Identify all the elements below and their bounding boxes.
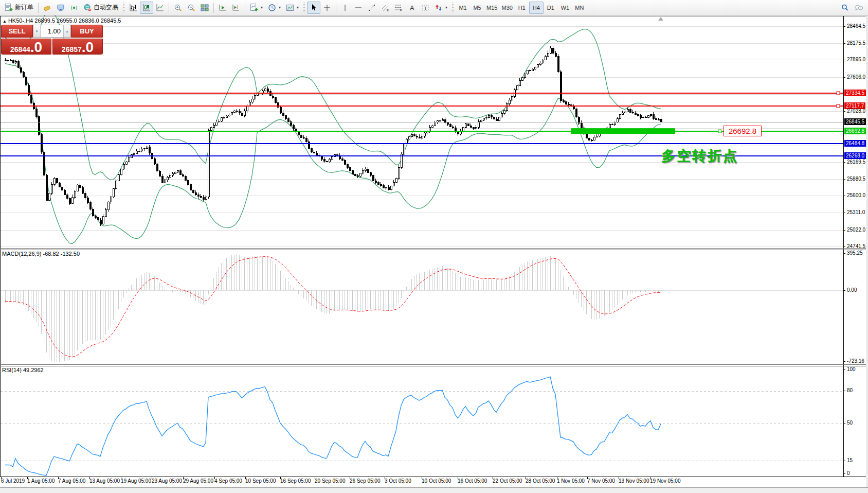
trendline-icon (368, 4, 376, 12)
toolbar-grip (303, 3, 305, 13)
timeframe-h4-button[interactable]: H4 (529, 2, 544, 14)
auto-scroll-icon (219, 4, 227, 12)
line-chart-button[interactable] (153, 2, 167, 14)
horizontal-line-icon (354, 4, 363, 12)
indicators-button[interactable]: ▾ (247, 2, 265, 14)
grid-lines (1, 26, 843, 290)
signal-icon (70, 4, 78, 12)
eraser-icon (43, 4, 51, 12)
autotrading-button[interactable]: 自动交易 (81, 2, 121, 14)
candlestick-chart-button[interactable] (140, 2, 153, 14)
timeframe-m30-button[interactable]: M30 (499, 2, 514, 14)
candlestick-chart-icon (142, 4, 151, 12)
toolbar-separator (213, 3, 214, 13)
timeframe-w1-button[interactable]: W1 (558, 2, 572, 14)
one-click-trading-panel: SELL ▾ 1.00 ▴ BUY 26844.0 26857.0 (1, 25, 103, 55)
crosshair-icon (323, 4, 331, 12)
sell-button[interactable]: SELL (1, 25, 33, 38)
volume-decrease-button[interactable]: ▾ (33, 25, 41, 37)
chart-shift-icon (232, 4, 240, 12)
candles-layer (5, 46, 662, 226)
autotrading-label: 自动交易 (94, 3, 118, 12)
equidistant-channel-button[interactable]: E (378, 2, 392, 14)
vertical-line-button[interactable] (338, 2, 352, 14)
svg-text:E: E (387, 9, 389, 12)
chevron-down-icon: ▾ (445, 5, 447, 10)
horizontal-line-button[interactable] (352, 2, 365, 14)
chart-plot[interactable] (0, 0, 868, 493)
toolbar-separator (38, 3, 39, 13)
buy-price[interactable]: 26857.0 (52, 39, 103, 55)
indicators-icon (250, 4, 258, 12)
tile-windows-button[interactable] (198, 2, 211, 14)
auto-scroll-button[interactable] (216, 2, 229, 14)
macd-signal-line (5, 257, 661, 357)
level-handle[interactable] (718, 130, 721, 133)
toolbar-separator (169, 3, 169, 13)
zoom-out-button[interactable] (185, 2, 198, 14)
tile-windows-icon (201, 4, 209, 12)
vertical-line-icon (341, 4, 349, 12)
text-label-icon: T (421, 4, 429, 12)
arrows-icon (435, 4, 443, 12)
toolbar-grip (123, 3, 124, 13)
trendline-button[interactable] (365, 2, 378, 14)
level-handle[interactable] (837, 104, 840, 108)
spin-down-icon: ▾ (36, 29, 38, 33)
chevron-down-icon: ▾ (261, 5, 263, 10)
crosshair-button[interactable] (320, 2, 334, 14)
template-icon (286, 4, 294, 12)
bar-chart-button[interactable] (126, 2, 140, 14)
new-order-label: 新订单 (15, 3, 33, 12)
timeframe-mn-button[interactable]: MN (572, 2, 587, 14)
zoom-in-icon (174, 4, 182, 12)
chevron-down-icon: ▾ (279, 5, 281, 10)
text-label-button[interactable]: T (419, 2, 432, 14)
toolbar-grip (452, 3, 454, 13)
new-order-button[interactable]: 新订单 (2, 2, 36, 14)
new-order-icon (5, 4, 13, 12)
timeframe-h1-button[interactable]: H1 (515, 2, 529, 14)
autotrading-icon (83, 4, 92, 12)
arrows-button[interactable]: ▾ (432, 2, 450, 14)
chevron-down-icon: ▾ (297, 5, 299, 10)
channel-icon: E (381, 4, 389, 12)
mt4-terminal-window: 新订单 自动交易 ▾ ▾ (0, 0, 868, 493)
bar-chart-icon (129, 4, 137, 12)
fibonacci-icon: F (394, 4, 403, 12)
zoom-out-icon (187, 4, 195, 12)
timeframe-d1-button[interactable]: D1 (544, 2, 558, 14)
volume-input[interactable]: 1.00 (41, 25, 63, 37)
line-chart-icon (156, 4, 164, 12)
macd-histogram (5, 254, 661, 362)
svg-text:F: F (400, 9, 402, 12)
svg-text:T: T (424, 5, 427, 10)
cursor-icon (310, 4, 318, 12)
text-button[interactable]: A (405, 2, 419, 14)
chat-button[interactable] (852, 2, 866, 14)
timeframe-m15-button[interactable]: M15 (484, 2, 499, 14)
main-toolbar: 新订单 自动交易 ▾ ▾ (0, 0, 868, 15)
search-button[interactable] (838, 2, 852, 14)
sell-price[interactable]: 26844.0 (1, 39, 51, 55)
cursor-button[interactable] (307, 2, 320, 14)
terminal-icon (57, 4, 65, 12)
volume-increase-button[interactable]: ▴ (63, 25, 70, 37)
volume-stepper: ▾ 1.00 ▴ (33, 25, 71, 38)
templates-button[interactable]: ▾ (283, 2, 301, 14)
chart-shift-button[interactable] (229, 2, 243, 14)
search-icon (841, 4, 849, 12)
buy-button[interactable]: BUY (71, 25, 103, 38)
toolbar-separator (336, 3, 336, 13)
timeframe-m5-button[interactable]: M5 (470, 2, 484, 14)
timeframe-m1-button[interactable]: M1 (456, 2, 470, 14)
timeframe-group: M1M5M15M30H1H4D1W1MN (456, 2, 587, 14)
fibonacci-button[interactable]: F (392, 2, 405, 14)
terminal-button[interactable] (54, 2, 67, 14)
level-handle[interactable] (837, 92, 840, 95)
chat-icon (854, 4, 863, 12)
zoom-in-button[interactable] (171, 2, 185, 14)
styler-button[interactable] (41, 2, 54, 14)
signals-button[interactable] (67, 2, 81, 14)
periods-button[interactable]: ▾ (265, 2, 283, 14)
